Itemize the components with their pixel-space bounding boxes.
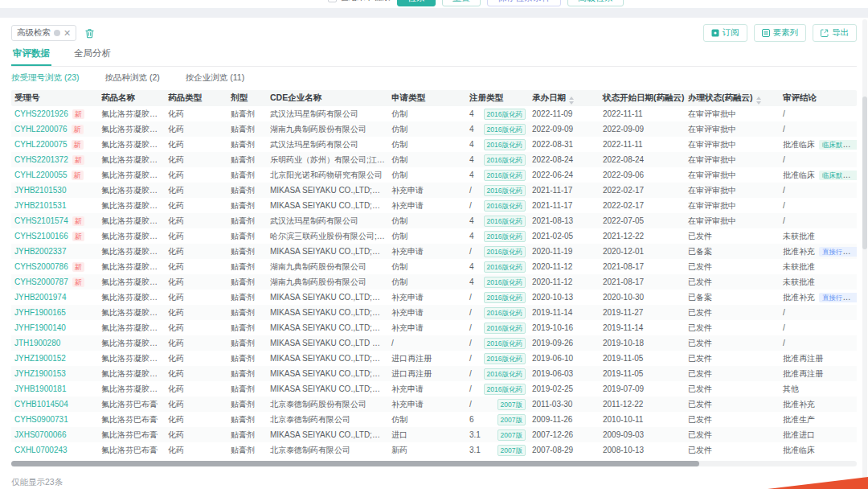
reset-button[interactable]: 重置 xyxy=(442,0,481,6)
advanced-search-filter-tag[interactable]: 高级检索 ✕ xyxy=(11,25,76,41)
cell-application-type: 仿制 xyxy=(388,228,466,244)
acceptance-number-link[interactable]: JYHB1900181 xyxy=(14,384,67,393)
table-row: CYHL2200075新氟比洛芬凝胶贴膏化药贴膏剂武汉法玛星制药有限公司仿制42… xyxy=(11,137,857,152)
vertical-scrollbar-thumb[interactable] xyxy=(862,97,867,249)
acceptance-number-link[interactable]: JYHF1900140 xyxy=(14,323,66,332)
cell-review-conclusion: 批准临床临床默示许可 xyxy=(780,167,857,183)
registration-class-number: / xyxy=(469,186,472,195)
cell-handling-status: 已发件 xyxy=(685,351,780,366)
app-screen: 在结果中检索 检索重置保存检索条件高级检索 高级检索 ✕ 订阅 xyxy=(0,0,868,489)
acceptance-number-link[interactable]: JYHB2002337 xyxy=(14,247,67,256)
registration-version-tag: 2016版化药 xyxy=(484,216,526,227)
cell-review-conclusion: 批准生产 xyxy=(780,412,857,427)
table-row: JYHB2002337氟比洛芬凝胶贴膏化药贴膏剂MIKASA SEIYAKU C… xyxy=(11,244,857,259)
acceptance-number-link[interactable]: JTH1900280 xyxy=(14,339,60,347)
cell-dosage-form: 贴膏剂 xyxy=(227,290,267,305)
col-status-start-date[interactable]: 状态开始日期(药融云) xyxy=(600,90,685,106)
tab-review-data[interactable]: 审评数据 xyxy=(11,43,51,66)
acceptance-number-link[interactable]: CYHL2200075 xyxy=(14,140,68,149)
cell-drug-type: 化药 xyxy=(165,167,227,183)
cell-drug-name: 氟比洛芬凝胶贴膏 xyxy=(98,366,165,381)
cell-drug-type: 化药 xyxy=(165,121,227,137)
acceptance-number-link[interactable]: CYHS2201926 xyxy=(14,109,68,118)
top-search-toolbar: 在结果中检索 检索重置保存检索条件高级检索 xyxy=(0,0,868,8)
new-badge: 新 xyxy=(72,277,84,287)
columns-button[interactable]: 要素列 xyxy=(754,24,807,42)
review-conclusion-tag[interactable]: 直接行政审批 xyxy=(819,293,857,302)
cell-dosage-form: 贴膏剂 xyxy=(227,335,267,351)
acceptance-number-link[interactable]: JYHB2101530 xyxy=(14,186,67,195)
subtab-by-company[interactable]: 按企业浏览 (11) xyxy=(186,72,244,84)
cell-application-type: 进口 xyxy=(388,427,466,442)
acceptance-number-link[interactable]: JYHZ1900152 xyxy=(14,354,66,363)
search-in-results-checkbox[interactable]: 在结果中检索 xyxy=(328,0,391,3)
col-acceptance-number: 受理号 xyxy=(11,90,98,106)
cell-application-type: 补充申请 xyxy=(388,198,466,213)
close-icon[interactable]: ✕ xyxy=(63,29,71,37)
sort-desc-icon[interactable] xyxy=(569,101,574,105)
sort-desc-icon[interactable] xyxy=(756,101,761,105)
review-conclusion-tag[interactable]: 临床默示许可 xyxy=(819,171,857,180)
acceptance-number-link[interactable]: JYHZ1900153 xyxy=(14,369,66,378)
table-row: JTH1900280氟比洛芬凝胶贴膏化药贴膏剂MIKASA SEIYAKU CO… xyxy=(11,335,857,351)
acceptance-number-link[interactable]: CYHL2200055 xyxy=(14,171,68,179)
sort-asc-icon[interactable] xyxy=(569,97,574,100)
acceptance-number-link[interactable]: JXHS0700066 xyxy=(14,430,67,439)
acceptance-number-link[interactable]: CXHL0700243 xyxy=(14,446,68,454)
acceptance-number-link[interactable]: CYHS2101574 xyxy=(14,216,68,225)
cell-handling-status: 已发件 xyxy=(685,442,780,458)
registration-type-wrap: /2016版化药 xyxy=(469,368,526,380)
review-conclusion-text: / xyxy=(783,308,785,317)
cell-dosage-form: 贴膏剂 xyxy=(227,167,267,183)
acceptance-number-link[interactable]: CYHS2100166 xyxy=(14,232,68,240)
save-search-button[interactable]: 保存检索条件 xyxy=(487,0,561,6)
cell-drug-name: 氟比洛芬凝胶贴膏 xyxy=(98,320,165,335)
sort-asc-icon[interactable] xyxy=(756,97,761,100)
cell-dosage-form: 贴膏剂 xyxy=(227,442,267,458)
cell-review-conclusion: / xyxy=(780,106,857,121)
advanced-search-button[interactable]: 高级检索 xyxy=(567,0,624,6)
vertical-scrollbar[interactable] xyxy=(862,19,867,479)
cell-application-type: 仿制 xyxy=(388,152,466,167)
col-undertake-date[interactable]: 承办日期 xyxy=(529,90,600,106)
review-conclusion-tag[interactable]: 临床默示许可 xyxy=(819,140,857,150)
cell-registration-type: 42016版化药 xyxy=(466,152,529,167)
acceptance-number-link[interactable]: CYHS2201372 xyxy=(14,155,68,164)
acceptance-number-link[interactable]: CYHS2000786 xyxy=(14,262,68,271)
cell-application-type: 仿制 xyxy=(388,412,466,427)
cell-application-type: 仿制 xyxy=(388,274,466,290)
acceptance-number-link[interactable]: CYHB1014504 xyxy=(14,400,68,409)
horizontal-scrollbar-thumb[interactable] xyxy=(11,461,699,466)
sort-icon[interactable] xyxy=(756,97,761,105)
review-conclusion-tag[interactable]: 直接行政审批 xyxy=(819,247,857,257)
cell-dosage-form: 贴膏剂 xyxy=(227,183,267,198)
acceptance-number-link[interactable]: CYHL2200076 xyxy=(14,125,68,134)
col-handling-status[interactable]: 办理状态(药融云) xyxy=(685,90,780,106)
review-conclusion-text: 批准补充 xyxy=(783,400,815,409)
tab-global-analysis[interactable]: 全局分析 xyxy=(72,43,113,66)
acceptance-number-link[interactable]: CYHS2000787 xyxy=(14,277,68,286)
cell-drug-type: 化药 xyxy=(165,244,227,259)
acceptance-number-link[interactable]: JYHF1900165 xyxy=(14,308,66,317)
acceptance-number-link[interactable]: CYHS0900731 xyxy=(14,415,68,424)
cell-dosage-form: 贴膏剂 xyxy=(227,274,267,290)
acceptance-number-link[interactable]: JYHB2001974 xyxy=(14,293,67,302)
export-button[interactable]: 导出 xyxy=(813,24,857,42)
search-button[interactable]: 检索 xyxy=(397,0,436,6)
cell-drug-name: 氟比洛芬凝胶贴膏 xyxy=(98,274,165,290)
subtab-by-variety[interactable]: 按品种浏览 (2) xyxy=(105,72,160,84)
cell-registration-type: /2016版化药 xyxy=(466,320,529,335)
subscribe-button[interactable]: 订阅 xyxy=(703,24,747,42)
acceptance-number-link[interactable]: JYHB2101531 xyxy=(14,201,67,210)
registration-version-tag: 2016版化药 xyxy=(484,200,526,212)
trash-icon[interactable] xyxy=(84,28,95,39)
subtab-by-acceptance-number[interactable]: 按受理号浏览 (23) xyxy=(11,72,80,84)
cell-registration-type: 42016版化药 xyxy=(466,121,529,137)
sort-icon[interactable] xyxy=(569,97,574,105)
checkbox-box[interactable] xyxy=(328,0,337,2)
registration-class-number: / xyxy=(469,384,472,393)
cell-registration-type: /2016版化药 xyxy=(466,244,529,259)
cell-registration-type: 3.12007版 xyxy=(466,442,529,458)
col-dosage-form-label: 剂型 xyxy=(231,92,248,102)
horizontal-scrollbar[interactable] xyxy=(11,461,857,466)
